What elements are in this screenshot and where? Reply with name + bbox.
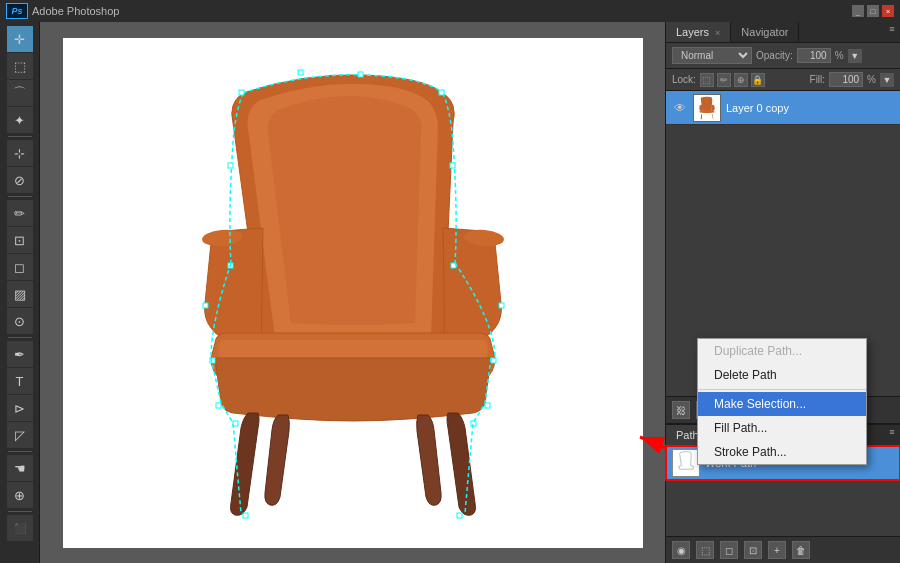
tab-navigator[interactable]: Navigator	[731, 22, 799, 42]
dodge-tool[interactable]: ⊙	[7, 308, 33, 334]
text-tool[interactable]: T	[7, 368, 33, 394]
layers-panel-tabs: Layers × Navigator ≡	[666, 22, 900, 43]
hand-tool[interactable]: ☚	[7, 455, 33, 481]
blend-mode-select[interactable]: Normal	[672, 47, 752, 64]
svg-rect-3	[298, 70, 303, 75]
fill-path-btn[interactable]: ◉	[672, 541, 690, 559]
link-layers-btn[interactable]: ⛓	[672, 401, 690, 419]
layer-visibility-icon[interactable]: 👁	[672, 100, 688, 116]
layer-item-0[interactable]: 👁 Layer 0 copy	[666, 91, 900, 125]
tool-separator-4	[8, 451, 32, 452]
context-menu-stroke-path[interactable]: Stroke Path...	[698, 440, 866, 464]
brush-tool[interactable]: ✏	[7, 200, 33, 226]
chair-image	[103, 63, 603, 523]
lock-image[interactable]: ✏	[717, 73, 731, 87]
layers-tab-close[interactable]: ×	[715, 28, 720, 38]
lock-icons: ⬚ ✏ ⊕ 🔒	[700, 73, 765, 87]
tool-separator-1	[8, 136, 32, 137]
lock-fill-row: Lock: ⬚ ✏ ⊕ 🔒 Fill: % ▼	[666, 69, 900, 91]
load-path-btn[interactable]: ◻	[720, 541, 738, 559]
main-content: ✛ ⬚ ⌒ ✦ ⊹ ⊘ ✏ ⊡ ◻ ▨ ⊙ ✒ T ⊳ ◸ ☚ ⊕ ⬛	[0, 22, 900, 563]
toolbar-left: ✛ ⬚ ⌒ ✦ ⊹ ⊘ ✏ ⊡ ◻ ▨ ⊙ ✒ T ⊳ ◸ ☚ ⊕ ⬛	[0, 22, 40, 563]
lasso-tool[interactable]: ⌒	[7, 80, 33, 106]
delete-path-btn[interactable]: 🗑	[792, 541, 810, 559]
move-tool[interactable]: ✛	[7, 26, 33, 52]
opacity-pct: %	[835, 50, 844, 61]
fill-input[interactable]	[829, 72, 863, 87]
foreground-bg-color[interactable]: ⬛	[7, 515, 33, 541]
context-menu-make-selection[interactable]: Make Selection...	[698, 392, 866, 416]
marquee-tool[interactable]: ⬚	[7, 53, 33, 79]
maximize-button[interactable]: □	[867, 5, 879, 17]
app-window: Ps Adobe Photoshop _ □ × ✛ ⬚ ⌒ ✦ ⊹ ⊘ ✏ ⊡…	[0, 0, 900, 563]
svg-rect-7	[450, 163, 455, 168]
svg-rect-19	[457, 513, 462, 518]
minimize-button[interactable]: _	[852, 5, 864, 17]
zoom-tool[interactable]: ⊕	[7, 482, 33, 508]
tab-layers[interactable]: Layers ×	[666, 22, 731, 42]
canvas-area[interactable]	[40, 22, 665, 563]
svg-rect-11	[499, 303, 504, 308]
tool-separator-5	[8, 511, 32, 512]
title-bar-left: Ps Adobe Photoshop	[6, 3, 119, 19]
svg-rect-18	[243, 513, 248, 518]
path-thumbnail	[672, 449, 700, 477]
svg-rect-4	[358, 72, 363, 77]
new-path-btn[interactable]: +	[768, 541, 786, 559]
canvas-background	[63, 38, 643, 548]
paths-panel-bottom: ◉ ⬚ ◻ ⊡ + 🗑	[666, 536, 900, 563]
gradient-tool[interactable]: ▨	[7, 281, 33, 307]
svg-rect-2	[239, 90, 244, 95]
fill-dropdown[interactable]: ▼	[880, 73, 894, 87]
fill-pct: %	[867, 74, 876, 85]
opacity-label: Opacity:	[756, 50, 793, 61]
crop-tool[interactable]: ⊹	[7, 140, 33, 166]
context-menu-separator	[698, 389, 866, 390]
context-menu-duplicate-path[interactable]: Duplicate Path...	[698, 339, 866, 363]
lock-label: Lock:	[672, 74, 696, 85]
path-select-tool[interactable]: ⊳	[7, 395, 33, 421]
context-menu-delete-path[interactable]: Delete Path	[698, 363, 866, 387]
svg-rect-13	[491, 358, 496, 363]
context-menu: Duplicate Path... Delete Path Make Selec…	[697, 338, 867, 465]
pen-tool[interactable]: ✒	[7, 341, 33, 367]
layer-thumbnail	[693, 94, 721, 122]
stamp-tool[interactable]: ⊡	[7, 227, 33, 253]
path-to-mask-btn[interactable]: ⊡	[744, 541, 762, 559]
fill-label: Fill:	[810, 74, 826, 85]
eraser-tool[interactable]: ◻	[7, 254, 33, 280]
layers-panel-menu[interactable]: ≡	[884, 22, 900, 36]
lock-all[interactable]: 🔒	[751, 73, 765, 87]
shape-tool[interactable]: ◸	[7, 422, 33, 448]
blend-opacity-row: Normal Opacity: % ▼	[666, 43, 900, 69]
lock-position[interactable]: ⊕	[734, 73, 748, 87]
paths-panel-menu[interactable]: ≡	[884, 425, 900, 439]
lock-transparent[interactable]: ⬚	[700, 73, 714, 87]
layer-name-0: Layer 0 copy	[726, 102, 789, 114]
stroke-path-btn[interactable]: ⬚	[696, 541, 714, 559]
opacity-dropdown[interactable]: ▼	[848, 49, 862, 63]
svg-rect-5	[439, 90, 444, 95]
tool-separator-3	[8, 337, 32, 338]
ps-logo: Ps	[6, 3, 28, 19]
close-button[interactable]: ×	[882, 5, 894, 17]
svg-rect-15	[485, 403, 490, 408]
svg-rect-10	[203, 303, 208, 308]
right-panel: Layers × Navigator ≡ Normal Opacity: % ▼	[665, 22, 900, 563]
eyedropper-tool[interactable]: ⊘	[7, 167, 33, 193]
svg-rect-6	[228, 163, 233, 168]
tool-separator-2	[8, 196, 32, 197]
title-text: Adobe Photoshop	[32, 5, 119, 17]
title-bar: Ps Adobe Photoshop _ □ ×	[0, 0, 900, 22]
opacity-input[interactable]	[797, 48, 831, 63]
title-bar-controls: _ □ ×	[852, 5, 894, 17]
svg-rect-14	[216, 403, 221, 408]
context-menu-fill-path[interactable]: Fill Path...	[698, 416, 866, 440]
magic-wand-tool[interactable]: ✦	[7, 107, 33, 133]
